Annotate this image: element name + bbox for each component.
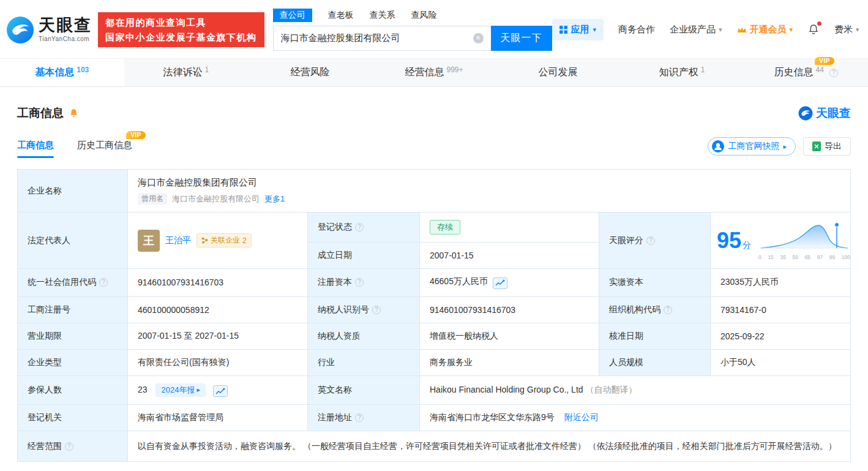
tab-label: 历史信息 bbox=[774, 66, 814, 79]
search-button[interactable]: 天眼一下 bbox=[491, 26, 552, 51]
help-icon[interactable]: ? bbox=[355, 223, 364, 232]
nav-cooperation[interactable]: 商务合作 bbox=[618, 24, 655, 36]
annual-report-link[interactable]: 2024年报▸ bbox=[155, 383, 205, 397]
establish-date-label: 成立日期 bbox=[308, 243, 420, 269]
help-icon[interactable]: ? bbox=[65, 442, 73, 451]
notifications-button[interactable] bbox=[807, 23, 820, 36]
legal-rep-link[interactable]: 王治平 bbox=[165, 235, 191, 246]
company-nav-tabs: 基本信息 103 法律诉讼 1 经营风险 经营信息 999+ 公司发展 知识产权… bbox=[0, 58, 868, 87]
tab-operation-risk[interactable]: 经营风险 bbox=[248, 59, 372, 86]
tab-history-info[interactable]: VIP 历史信息 44 ? bbox=[744, 59, 868, 86]
score-curve bbox=[758, 221, 850, 252]
help-icon[interactable]: ? bbox=[372, 306, 381, 314]
nearby-companies-link[interactable]: 附近公司 bbox=[564, 412, 599, 422]
approval-date-label: 核准日期 bbox=[599, 323, 711, 349]
tab-basic-info[interactable]: 基本信息 103 bbox=[0, 59, 124, 86]
tianyancha-logo[interactable]: 天眼查 TianYanCha.com bbox=[6, 16, 92, 44]
table-row: 统一社会信用代码? 914601007931416703 注册资本? 46605… bbox=[18, 269, 851, 297]
vip-label: 开通会员 bbox=[750, 24, 787, 36]
insured-value: 23 2024年报▸ bbox=[128, 375, 308, 405]
reg-number-label: 工商注册号 bbox=[18, 296, 128, 323]
search-input[interactable] bbox=[273, 26, 491, 51]
tab-count: 1 bbox=[701, 66, 705, 74]
former-name: 海口市金融控股有限公司 bbox=[172, 194, 260, 205]
snapshot-label: 工商官网快照 bbox=[728, 141, 779, 152]
search-tab-risk[interactable]: 查风险 bbox=[411, 10, 437, 21]
excel-icon bbox=[812, 141, 821, 151]
open-vip-button[interactable]: 开通会员 ▾ bbox=[737, 24, 793, 36]
grid-icon bbox=[559, 26, 567, 34]
subtab-history-business-info[interactable]: VIP 历史工商信息 bbox=[77, 140, 132, 158]
trend-chart-icon[interactable] bbox=[213, 385, 228, 397]
chevron-down-icon: ▾ bbox=[790, 26, 793, 34]
help-icon[interactable]: ? bbox=[664, 306, 672, 314]
credit-code-label: 统一社会信用代码? bbox=[18, 269, 128, 297]
export-label: 导出 bbox=[825, 141, 842, 152]
enterprise-label: 企业级产品 bbox=[670, 24, 716, 36]
help-icon[interactable]: ? bbox=[355, 278, 364, 287]
official-snapshot-button[interactable]: 工商官网快照 ▸ bbox=[708, 137, 796, 156]
reg-number-value: 460100000058912 bbox=[128, 296, 308, 323]
tianyancha-logo-icon bbox=[798, 106, 813, 121]
paid-capital-value: 23035万人民币 bbox=[711, 269, 851, 297]
company-name-label: 企业名称 bbox=[18, 170, 128, 213]
user-menu[interactable]: 费米 ▾ bbox=[834, 24, 859, 36]
score-cell: 95分 bbox=[711, 213, 851, 269]
help-icon[interactable]: ? bbox=[829, 69, 838, 77]
tab-label: 基本信息 bbox=[35, 66, 74, 79]
section-title: 工商信息 bbox=[17, 105, 64, 121]
vip-badge: VIP bbox=[126, 131, 146, 139]
score-distribution-chart[interactable]: 0 15 35 50 65 97 99 100 bbox=[758, 221, 850, 260]
promo-banner: 都在用的商业查询工具 国家中小企业发展子基金旗下机构 bbox=[98, 12, 264, 47]
insured-label: 参保人数 bbox=[18, 375, 128, 405]
tianyan-score: 95分 bbox=[717, 228, 751, 254]
score-axis-ticks: 0 15 35 50 65 97 99 100 bbox=[758, 254, 850, 260]
help-icon[interactable]: ? bbox=[646, 236, 655, 245]
company-type-label: 企业类型 bbox=[18, 349, 128, 375]
tab-label: 经营风险 bbox=[290, 66, 329, 79]
tab-legal-proceedings[interactable]: 法律诉讼 1 bbox=[124, 59, 249, 86]
table-row: 营业期限 2007-01-15 至 2027-01-15 纳税人资质 增值税一般… bbox=[18, 323, 851, 349]
staff-size-value: 小于50人 bbox=[711, 349, 851, 375]
industry-label: 行业 bbox=[308, 349, 420, 375]
apps-menu[interactable]: 应用 ▾ bbox=[552, 19, 604, 40]
legal-rep-label: 法定代表人 bbox=[18, 213, 128, 269]
former-name-tag: 曾用名 bbox=[138, 193, 167, 205]
org-code-value: 79314167-0 bbox=[711, 296, 851, 323]
table-row: 法定代表人 王 王治平 关联企业 2 bbox=[18, 213, 851, 243]
trend-chart-icon[interactable] bbox=[493, 277, 507, 289]
tab-count: 1 bbox=[205, 66, 209, 74]
apps-label: 应用 bbox=[571, 24, 589, 36]
search-tab-relation[interactable]: 查关系 bbox=[370, 10, 395, 21]
crown-icon bbox=[737, 26, 747, 34]
export-button[interactable]: 导出 bbox=[803, 137, 851, 156]
business-scope-label: 经营范围? bbox=[18, 431, 128, 462]
industry-value: 商务服务业 bbox=[420, 349, 599, 375]
reg-address-label: 注册地址? bbox=[308, 405, 420, 431]
score-label: 天眼评分? bbox=[599, 213, 711, 269]
logo-name: 天眼查 bbox=[39, 17, 92, 34]
help-icon[interactable]: ? bbox=[99, 278, 108, 287]
subtab-business-info[interactable]: 工商信息 bbox=[17, 140, 54, 158]
english-name-label: 英文名称 bbox=[308, 375, 420, 405]
notification-dot bbox=[817, 21, 821, 26]
search-tab-boss[interactable]: 查老板 bbox=[328, 10, 354, 21]
tab-operation-info[interactable]: 经营信息 999+ bbox=[372, 59, 496, 86]
search-tab-company[interactable]: 查公司 bbox=[273, 9, 312, 22]
nav-enterprise-products[interactable]: 企业级产品 ▾ bbox=[670, 24, 722, 36]
table-row: 工商注册号 460100000058912 纳税人识别号? 9146010079… bbox=[18, 296, 851, 323]
more-former-names-link[interactable]: 更多1 bbox=[264, 194, 285, 205]
help-icon[interactable]: ? bbox=[355, 413, 364, 422]
search-area: 查公司 查老板 查关系 查风险 × 天眼一下 bbox=[273, 9, 552, 51]
tab-intellectual-property[interactable]: 知识产权 1 bbox=[620, 59, 744, 86]
related-companies-badge[interactable]: 关联企业 2 bbox=[196, 233, 252, 247]
subscribe-bell-icon[interactable] bbox=[69, 108, 79, 119]
business-term-label: 营业期限 bbox=[18, 323, 128, 349]
table-row: 企业类型 有限责任公司(国有独资) 行业 商务服务业 人员规模 小于50人 bbox=[18, 349, 851, 375]
tab-label: 公司发展 bbox=[539, 66, 578, 79]
taxpayer-id-value: 914601007931416703 bbox=[420, 296, 599, 323]
avatar[interactable]: 王 bbox=[138, 230, 160, 252]
username: 费米 bbox=[834, 24, 853, 36]
clear-icon[interactable]: × bbox=[473, 33, 484, 43]
tab-company-development[interactable]: 公司发展 bbox=[496, 59, 620, 86]
